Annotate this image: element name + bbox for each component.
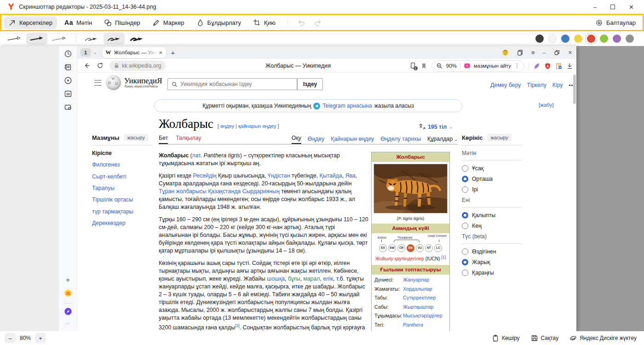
wiki-link[interactable]: елік xyxy=(323,276,333,282)
arrow-style-thin-button[interactable] xyxy=(4,33,25,45)
toc-item: Тіршілік ортасы xyxy=(92,196,153,204)
arrows-tool-button[interactable]: Көрсеткілер xyxy=(4,17,57,29)
read-aloud-label: мазмұнын айту xyxy=(474,63,511,69)
sketch-arrow-thin-icon xyxy=(83,34,100,43)
browser-tabstrip: 1 ⌄ W Жолбарыс — Уикипеди ✕ + ≡ – ✕ xyxy=(77,46,576,59)
save-button[interactable]: Сақтау xyxy=(531,334,559,342)
settings-button[interactable]: Баптаулар xyxy=(595,19,640,27)
tab-tools: Құралдар ⌄ xyxy=(427,136,458,144)
yandex-mail-icon xyxy=(64,289,72,297)
badge-lc: LC xyxy=(434,244,442,252)
arrow-style-dotted-button[interactable] xyxy=(49,33,70,45)
blur-tool-button[interactable]: Бұлдырлату xyxy=(192,17,246,29)
wiki-search-input[interactable] xyxy=(180,81,293,87)
sketch-arrow-thick-icon xyxy=(128,34,145,43)
sketch-arrow-thick-button[interactable] xyxy=(126,33,147,45)
wiki-link[interactable]: [3] xyxy=(235,323,240,328)
sketch-arrow-medium-icon xyxy=(105,34,123,43)
wiki-link[interactable]: Үндістан xyxy=(268,172,290,179)
marker-icon xyxy=(152,19,160,27)
share-count-badge: 1 xyxy=(414,66,418,70)
page-title: Жолбарыс — Уикипедия xyxy=(229,59,367,73)
wiki-link[interactable]: Ресейдің xyxy=(193,172,217,179)
sketch-arrow-medium-button[interactable] xyxy=(104,33,125,45)
color-group-label: Түс (beta) xyxy=(462,233,522,240)
video-icon xyxy=(64,76,72,85)
color-yellow[interactable] xyxy=(574,34,582,43)
browser-sidebar: 10 + ⋯ xyxy=(59,46,77,331)
text-segment: ] xyxy=(276,123,279,129)
tiger-image xyxy=(374,164,448,213)
zoom-in-button[interactable]: + xyxy=(35,333,46,343)
color-white[interactable] xyxy=(548,34,557,43)
badge-nt: NT xyxy=(425,244,433,252)
option-dark: Қараңғы xyxy=(462,270,522,276)
adblock-shield-icon xyxy=(544,63,551,69)
taxonomy-header: Ғылыми топтастыруы xyxy=(372,265,449,275)
url-text: kk.wikipedia.org xyxy=(122,63,161,69)
lock-icon xyxy=(114,63,119,69)
wiki-link[interactable]: Тұран жолбарысы xyxy=(159,188,207,195)
login-link: Кіру xyxy=(552,82,563,88)
screenshot-image[interactable]: 10 + ⋯ 1 ⌄ W Жолбарыс — Уикипеди ✕ + ≡ –… xyxy=(0,46,576,331)
text-segment: Тұрқы 160 – 290 см (ең ірілері 3 м-ден а… xyxy=(159,216,368,254)
wiki-link[interactable]: шошқа xyxy=(267,276,285,282)
marker-tool-button[interactable]: Маркер xyxy=(148,17,189,29)
wikipedia-globe-icon: WИΩ xyxy=(106,75,121,90)
color-purple[interactable] xyxy=(613,34,621,43)
sketch-arrow-thin-button[interactable] xyxy=(81,33,102,45)
addressbar-right: 1 90% « мазмұнын айту ⋮ xyxy=(409,60,573,72)
article-body: Жолбарыс (лат. Panthera tigris) – сүтқор… xyxy=(159,152,368,331)
download-icon xyxy=(566,63,573,69)
status-ref: [1] xyxy=(442,255,446,259)
color-green[interactable] xyxy=(600,34,608,43)
copy-button[interactable]: Көшіру xyxy=(492,334,520,342)
tab-page: Бет xyxy=(159,135,168,144)
minimize-button[interactable]: – xyxy=(593,4,597,10)
option-small: Ұсақ xyxy=(462,165,522,172)
wiki-link[interactable]: қайнарын өңдеу xyxy=(238,123,276,129)
radio-icon xyxy=(462,223,468,229)
tab-read: Оқу xyxy=(292,135,301,144)
editor-statusbar: – 80% + Көшіру Сақтау Яндекс Дискіге жүк… xyxy=(0,331,644,345)
smartbox-chip: 90% « мазмұнын айту ⋮ xyxy=(431,60,524,72)
wiki-link[interactable]: лат. xyxy=(192,152,202,159)
article-title: Жолбарыс xyxy=(159,117,213,131)
search-icon xyxy=(172,81,178,87)
option-standard: Қалыпты xyxy=(462,212,522,218)
color-gray[interactable] xyxy=(626,34,634,43)
color-red-selected[interactable] xyxy=(587,34,595,43)
language-selector: A 195 тіл ⌄ xyxy=(419,123,453,130)
radio-icon-selected xyxy=(462,259,468,265)
browser-menu-icon: ≡ xyxy=(531,49,535,56)
wiki-link[interactable]: Ява xyxy=(345,172,356,179)
badge-cr: CR xyxy=(397,244,405,252)
text-size-group-label: Мәтін xyxy=(462,150,522,156)
editor-canvas[interactable]: 10 + ⋯ 1 ⌄ W Жолбарыс — Уикипеди ✕ + ≡ –… xyxy=(0,46,644,331)
wiki-link[interactable]: өңдеу xyxy=(220,123,234,129)
maximize-button[interactable] xyxy=(610,5,615,9)
close-button[interactable]: ✕ xyxy=(629,4,634,10)
color-black[interactable] xyxy=(535,34,544,43)
shapes-tool-button[interactable]: Пішіндер xyxy=(99,17,145,29)
wiki-link[interactable]: Қытайда xyxy=(319,172,342,179)
alice-icon xyxy=(64,307,72,316)
undo-button[interactable] xyxy=(293,19,310,27)
color-blue[interactable] xyxy=(561,34,569,43)
arrow-style-solid-button[interactable] xyxy=(26,33,47,45)
upload-disk-button[interactable]: Яндекс Дискіге жүктеу xyxy=(569,334,637,342)
zoom-out-button[interactable]: – xyxy=(5,333,16,343)
taxobox: Жолбарыс xyxy=(371,152,450,331)
wiki-link[interactable]: Қазақстанда Сырдарияның xyxy=(208,188,280,195)
wiki-link[interactable]: бұғы xyxy=(288,276,300,282)
paragraph: Тұрқы 160 – 290 см (ең ірілері 3 м-ден а… xyxy=(159,216,368,255)
option-medium: Орташа xyxy=(462,176,522,182)
crop-tool-button[interactable]: Қию xyxy=(248,17,280,29)
svg-text:A: A xyxy=(423,126,426,130)
status-link-row: Жойылу қаупіндегілер (IUCN) [1] xyxy=(374,255,448,262)
tab-counter-icon: 10 xyxy=(64,90,72,98)
text-tool-button[interactable]: Аа Мәтін xyxy=(60,17,97,29)
wiki-link[interactable]: марал xyxy=(303,276,320,282)
redo-button[interactable] xyxy=(310,19,327,27)
option-auto: Өздігінен xyxy=(462,248,522,255)
